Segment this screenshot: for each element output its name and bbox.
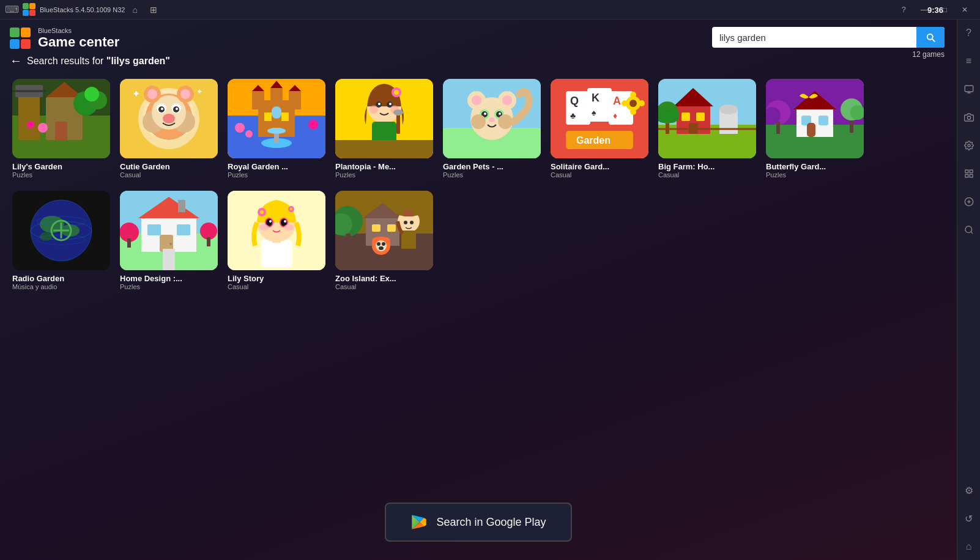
svg-rect-112	[819, 116, 828, 125]
thumb-overlay	[766, 79, 864, 158]
svg-point-158	[260, 210, 264, 214]
brand-row: BlueStacks Game center	[10, 27, 170, 50]
svg-rect-116	[776, 122, 780, 134]
close-btn[interactable]: ✕	[954, 3, 975, 17]
game-card-royal-garden[interactable]: Royal Garden ... Puzles	[228, 79, 325, 179]
sidebar-icon-screen[interactable]	[960, 81, 978, 98]
game-card-zoo-island[interactable]: Zoo Island: Ex... Casual	[335, 191, 433, 290]
svg-rect-37	[270, 88, 283, 109]
svg-point-10	[38, 123, 48, 133]
sidebar-icon-grid[interactable]	[960, 165, 978, 182]
sidebar-icon-menu[interactable]: ≡	[960, 53, 978, 70]
title-bar: ⌨ BlueStacks 5.4.50.1009 N32 ⌂ ⊞ 9:36 ? …	[0, 0, 980, 20]
svg-point-52	[389, 103, 392, 105]
title-bar-icons: ⌂ ⊞	[128, 4, 160, 16]
google-play-button[interactable]: Search in Google Play	[385, 503, 571, 542]
search-button[interactable]	[916, 27, 945, 48]
sidebar-icon-home[interactable]: ⌂	[960, 538, 978, 555]
game-title: Solitaire Gard...	[551, 162, 648, 171]
svg-rect-189	[965, 174, 968, 177]
svg-point-11	[27, 121, 34, 128]
svg-rect-172	[401, 230, 416, 249]
svg-text:Q: Q	[570, 95, 579, 107]
svg-rect-143	[207, 237, 210, 246]
games-row-1: Lily's Garden Puzles	[12, 79, 945, 179]
svg-rect-146	[261, 240, 292, 267]
svg-point-91	[630, 92, 636, 98]
svg-point-66	[472, 95, 481, 105]
game-card-radio-garden[interactable]: Radio Garden Música y audio	[12, 191, 110, 290]
back-button[interactable]: ←	[10, 54, 22, 68]
svg-text:✦: ✦	[196, 87, 202, 96]
svg-rect-9	[55, 122, 67, 140]
game-category: Puzles	[443, 171, 541, 179]
game-thumb-radio-garden	[12, 191, 110, 270]
svg-point-73	[499, 112, 501, 115]
title-bar-left: ⌨ BlueStacks 5.4.50.1009 N32 ⌂ ⊞	[5, 3, 889, 17]
sidebar-icon-add[interactable]	[960, 193, 978, 210]
google-play-section: Search in Google Play	[0, 490, 957, 560]
search-input[interactable]	[712, 28, 916, 48]
game-card-big-farm[interactable]: Big Farm: Ho... Casual	[658, 79, 756, 179]
sidebar-icon-search[interactable]	[960, 221, 978, 238]
svg-point-74	[489, 117, 495, 122]
svg-point-155	[259, 224, 269, 230]
game-title: Lily's Garden	[12, 162, 110, 171]
brand-logo	[10, 28, 32, 50]
game-card-plantopia[interactable]: Plantopia - Me... Puzles	[335, 79, 433, 179]
game-card-butterfly-garden[interactable]: Butterfly Gard... Puzles	[766, 79, 864, 179]
thumb-overlay	[12, 191, 110, 270]
svg-rect-113	[807, 123, 815, 137]
search-icon	[925, 32, 936, 43]
svg-point-25	[163, 114, 175, 123]
game-card-lily-story[interactable]: Lily Story Casual	[228, 191, 325, 290]
game-title: Royal Garden ...	[228, 162, 325, 171]
svg-rect-99	[696, 112, 705, 121]
sidebar-icon-gear[interactable]: ⚙	[960, 482, 978, 499]
game-thumb-cutie-garden: ✦ ✦	[120, 79, 218, 158]
brand-info: BlueStacks Game center	[38, 27, 119, 50]
game-card-lilys-garden[interactable]: Lily's Garden Puzles	[12, 79, 110, 179]
thumb-overlay: Q ♣ K ♠ A ♦ Garden	[551, 79, 648, 158]
sidebar-icon-settings[interactable]	[960, 137, 978, 154]
svg-point-67	[502, 95, 512, 105]
keyboard-icon: ⌨	[5, 4, 19, 15]
game-category: Música y audio	[12, 283, 110, 290]
sidebar-icon-refresh[interactable]: ↺	[960, 510, 978, 527]
svg-rect-119	[850, 120, 853, 133]
svg-text:♦: ♦	[613, 111, 617, 120]
multiinstance-icon[interactable]: ⊞	[146, 4, 161, 16]
svg-point-23	[161, 108, 163, 110]
svg-rect-168	[387, 224, 396, 232]
svg-rect-60	[335, 140, 433, 158]
home-icon[interactable]: ⌂	[128, 4, 141, 16]
svg-rect-141	[127, 238, 131, 248]
game-card-cutie-garden[interactable]: ✦ ✦ Cutie Garden Casual	[120, 79, 218, 179]
game-thumb-lily-story	[228, 191, 325, 270]
thumb-overlay	[658, 79, 756, 158]
help-btn[interactable]: ?	[894, 3, 913, 17]
svg-point-156	[284, 224, 294, 230]
svg-point-181	[379, 246, 384, 250]
header-left: BlueStacks Game center ← Search results …	[10, 27, 170, 68]
svg-point-153	[269, 220, 272, 223]
svg-rect-36	[289, 91, 301, 109]
svg-rect-188	[970, 170, 973, 173]
game-thumb-butterfly-garden	[766, 79, 864, 158]
game-card-solitaire-garden[interactable]: Q ♣ K ♠ A ♦ Garden	[551, 79, 648, 179]
svg-point-94	[639, 100, 645, 106]
svg-point-24	[176, 108, 178, 110]
svg-text:♠: ♠	[592, 108, 596, 117]
svg-point-28	[147, 89, 157, 99]
game-card-garden-pets[interactable]: Garden Pets - ... Puzles	[443, 79, 541, 179]
svg-point-29	[180, 89, 190, 99]
game-thumb-big-farm	[658, 79, 756, 158]
game-title: Big Farm: Ho...	[658, 162, 756, 171]
thumb-overlay	[228, 79, 325, 158]
google-play-label: Search in Google Play	[436, 516, 546, 529]
sidebar-icon-camera[interactable]	[960, 109, 978, 126]
svg-point-186	[968, 144, 970, 147]
sidebar-icon-help[interactable]: ?	[960, 24, 978, 42]
game-card-home-design[interactable]: Home Design :... Puzles	[120, 191, 218, 290]
thumb-overlay	[228, 191, 325, 270]
